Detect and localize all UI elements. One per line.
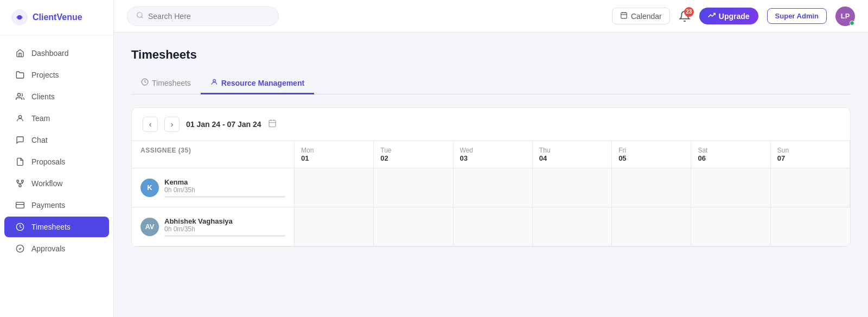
abhishek-mon[interactable]: [295, 207, 374, 246]
people-icon: [15, 113, 25, 123]
kenma-mon[interactable]: [295, 168, 374, 207]
page-title: Timesheets: [131, 48, 851, 62]
house-icon: [15, 48, 25, 58]
tab-resource-management[interactable]: Resource Management: [201, 73, 314, 94]
user-avatar[interactable]: LP: [835, 7, 855, 26]
assignee-row-kenma: K Kenma 0h 0m/35h: [132, 168, 295, 207]
avatar-initials-abhishek: AV: [145, 223, 154, 231]
sidebar-item-label: Clients: [31, 92, 55, 101]
sidebar: ClientVenue Dashboard Projects Clients: [0, 0, 114, 317]
kenma-tue[interactable]: [374, 168, 453, 207]
kenma-sat[interactable]: [691, 168, 770, 207]
sidebar-item-dashboard[interactable]: Dashboard: [4, 43, 109, 64]
day-name-fri: Fri: [618, 147, 626, 154]
svg-rect-23: [269, 121, 276, 127]
svg-point-22: [213, 79, 216, 82]
logo-icon: [11, 9, 28, 26]
sidebar-item-label: Payments: [31, 201, 65, 210]
tab-resource-management-label: Resource Management: [221, 79, 304, 87]
calendar-picker-icon[interactable]: [268, 119, 277, 130]
svg-point-3: [18, 116, 21, 118]
day-num-fri: 05: [618, 154, 626, 162]
abhishek-fri[interactable]: [612, 207, 691, 246]
notifications-button[interactable]: 23: [679, 10, 691, 22]
abhishek-tue[interactable]: [374, 207, 453, 246]
sidebar-item-label: Dashboard: [31, 49, 69, 58]
abhishek-sun[interactable]: [771, 207, 850, 246]
main-area: Calendar 23 Upgrade Super Admin LP Time: [114, 0, 868, 317]
avatar-kenma: K: [141, 179, 159, 197]
svg-rect-17: [621, 12, 627, 18]
day-num-mon: 01: [301, 154, 309, 162]
kenma-fri[interactable]: [612, 168, 691, 207]
upgrade-button-label: Upgrade: [719, 12, 750, 21]
check-icon: [15, 244, 25, 253]
col-header-fri: Fri 05: [612, 141, 691, 168]
col-header-sun: Sun 07: [771, 141, 850, 168]
sidebar-item-approvals[interactable]: Approvals: [4, 238, 109, 259]
day-num-sat: 06: [698, 154, 705, 162]
svg-point-2: [17, 93, 20, 96]
upgrade-button[interactable]: Upgrade: [699, 8, 758, 24]
assignee-hours-abhishek: 0h 0m/35h: [164, 225, 285, 233]
svg-rect-5: [22, 180, 23, 182]
sidebar-item-workflow[interactable]: Workflow: [4, 173, 109, 194]
assignee-info-kenma: Kenma 0h 0m/35h: [164, 178, 285, 198]
sidebar-item-payments[interactable]: Payments: [4, 195, 109, 215]
day-num-thu: 04: [539, 154, 547, 162]
day-name-sat: Sat: [698, 147, 707, 154]
svg-point-15: [137, 12, 142, 17]
day-name-wed: Wed: [460, 147, 473, 154]
svg-rect-4: [17, 180, 18, 182]
calendar-button[interactable]: Calendar: [612, 8, 670, 24]
sidebar-item-clients[interactable]: Clients: [4, 86, 109, 107]
topbar: Calendar 23 Upgrade Super Admin LP: [114, 0, 868, 33]
prev-button[interactable]: ‹: [143, 117, 158, 132]
time-icon: [15, 222, 25, 232]
progress-bar-wrap-abhishek: [164, 235, 285, 237]
credit-icon: [15, 200, 25, 210]
sidebar-item-label: Timesheets: [31, 223, 71, 231]
next-button[interactable]: ›: [164, 117, 180, 132]
svg-point-1: [17, 15, 22, 20]
svg-line-16: [142, 16, 143, 18]
svg-rect-6: [19, 185, 21, 187]
sidebar-item-label: Workflow: [31, 179, 62, 188]
assignee-name-abhishek: Abhishek Vaghasiya: [164, 217, 285, 225]
clock-icon: [141, 78, 149, 87]
calendar-button-label: Calendar: [631, 12, 662, 21]
sidebar-item-label: Approvals: [31, 244, 65, 253]
sidebar-item-chat[interactable]: Chat: [4, 130, 109, 150]
folder-icon: [15, 70, 25, 80]
topbar-right: Calendar 23 Upgrade Super Admin LP: [612, 7, 855, 26]
sidebar-item-label: Proposals: [31, 157, 65, 166]
users-icon: [15, 92, 25, 102]
super-admin-label: Super Admin: [775, 12, 819, 20]
logo: ClientVenue: [0, 0, 113, 35]
sidebar-item-projects[interactable]: Projects: [4, 65, 109, 85]
abhishek-thu[interactable]: [533, 207, 612, 246]
sidebar-item-timesheets[interactable]: Timesheets: [4, 217, 109, 237]
tab-timesheets[interactable]: Timesheets: [131, 73, 201, 94]
sidebar-item-proposals[interactable]: Proposals: [4, 151, 109, 172]
abhishek-sat[interactable]: [691, 207, 770, 246]
search-input[interactable]: [148, 12, 257, 21]
sidebar-item-team[interactable]: Team: [4, 108, 109, 129]
calendar-panel: ‹ › 01 Jan 24 - 07 Jan 24 ASSIGNEE (35) …: [131, 107, 851, 247]
calendar-header: ‹ › 01 Jan 24 - 07 Jan 24: [132, 108, 850, 141]
super-admin-button[interactable]: Super Admin: [767, 8, 827, 24]
day-name-sun: Sun: [777, 147, 789, 154]
sidebar-item-label: Chat: [31, 136, 48, 144]
assignee-row-abhishek: AV Abhishek Vaghasiya 0h 0m/35h: [132, 207, 295, 246]
col-header-sat: Sat 06: [691, 141, 770, 168]
kenma-wed[interactable]: [454, 168, 533, 207]
resource-icon: [210, 78, 218, 87]
kenma-sun[interactable]: [771, 168, 850, 207]
kenma-thu[interactable]: [533, 168, 612, 207]
flow-icon: [15, 179, 25, 188]
calendar-grid: ASSIGNEE (35) Mon 01 Tue 02 Wed 03 Thu 0…: [132, 141, 850, 246]
col-header-thu: Thu 04: [533, 141, 612, 168]
sidebar-item-label: Projects: [31, 71, 59, 79]
search-box[interactable]: [127, 7, 279, 26]
abhishek-wed[interactable]: [454, 207, 533, 246]
